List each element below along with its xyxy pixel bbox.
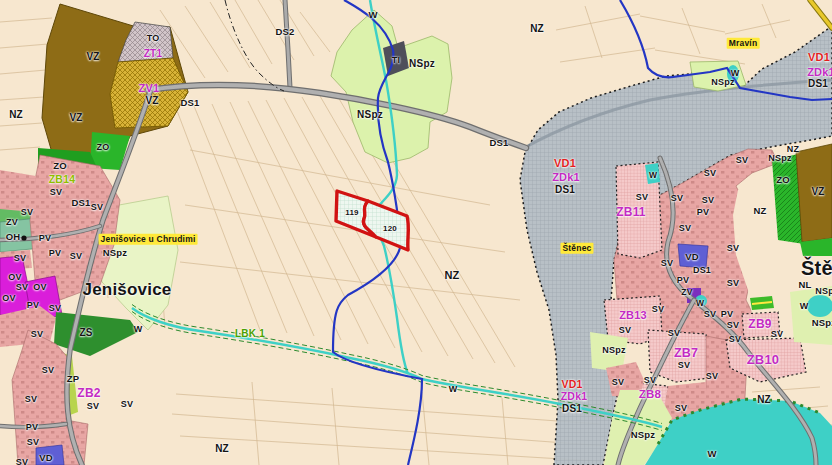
- water-mravin: [727, 65, 739, 83]
- zone-vd-left: [36, 445, 64, 465]
- oh-point-marker: [21, 235, 26, 240]
- zone-vd-stenec: [678, 244, 708, 268]
- zone-sv-block: [0, 170, 36, 212]
- zone-vz-east: [796, 144, 832, 242]
- map-canvas: [0, 0, 832, 465]
- zoning-plan-map: TOZT1VZZV1VZDS1NZVZZOZOZB14SVDS1SVSVZVOH…: [0, 0, 832, 465]
- water-east-pond: [807, 295, 832, 317]
- zone-zb9: [742, 312, 780, 338]
